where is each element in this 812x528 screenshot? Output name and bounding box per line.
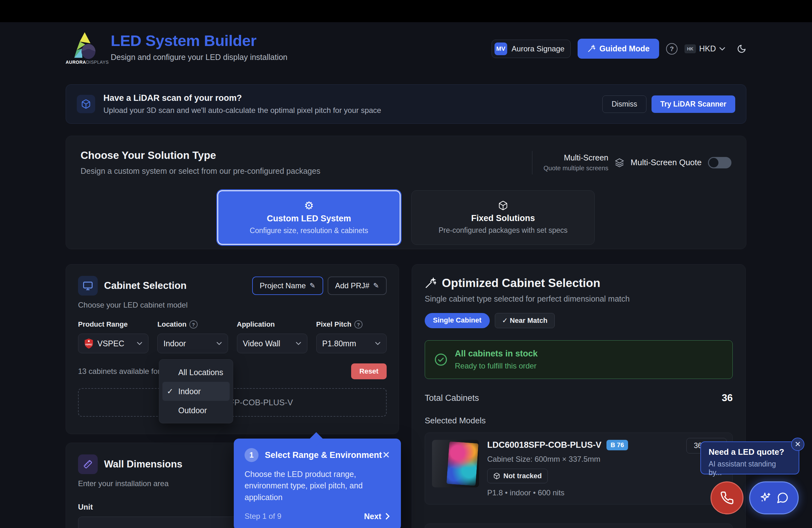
wand-icon	[587, 45, 595, 53]
chevron-down-icon	[216, 341, 222, 345]
chevron-down-icon	[295, 341, 301, 345]
location-option-outdoor[interactable]: Outdoor	[162, 401, 230, 420]
model-thumbnail	[432, 440, 479, 487]
optimized-subtitle: Single cabinet type selected for perfect…	[425, 294, 733, 304]
phone-icon	[720, 491, 734, 505]
location-select[interactable]: Indoor	[157, 334, 228, 353]
stock-title: All cabinets in stock	[455, 349, 538, 359]
product-range-select[interactable]: VSPEC VSPEC	[78, 334, 148, 353]
brand: AURORADISPLAYS LED System Builder Design…	[66, 32, 287, 65]
lidar-icon-tile	[77, 95, 95, 113]
vspec-logo-icon: VSPEC	[84, 338, 93, 349]
wall-icon-tile	[78, 454, 98, 474]
guided-mode-button[interactable]: Guided Mode	[578, 39, 659, 59]
stock-subtitle: Ready to fulfill this order	[455, 362, 538, 370]
filter-location: Location? Indoor	[157, 320, 228, 353]
avatar: MV	[494, 43, 507, 55]
cabinet-icon-tile	[78, 276, 98, 296]
selected-model-card[interactable]: LDC60018SFP-COB-PLUS-V B 76 Cabinet Size…	[425, 432, 733, 504]
ruler-icon	[83, 459, 93, 470]
near-match-badge: ✓ Near Match	[495, 313, 555, 328]
not-tracked-badge: Not tracked	[487, 469, 548, 483]
lidar-texts: Have a LiDAR scan of your room? Upload y…	[103, 93, 602, 115]
model-badge: B 76	[607, 440, 628, 450]
optimized-panel: Optimized Cabinet Selection Single cabin…	[412, 264, 746, 528]
check-icon: ✓	[167, 387, 178, 396]
app-header: AURORADISPLAYS LED System Builder Design…	[66, 32, 746, 65]
tour-next-button[interactable]: Next	[364, 512, 390, 521]
page-title: LED System Builder	[111, 32, 287, 49]
pencil-icon: ✎	[373, 282, 379, 290]
model-name: LDC60018SFP-COB-PLUS-V	[487, 440, 601, 450]
pencil-icon: ✎	[309, 282, 315, 290]
filter-pixel-pitch: Pixel Pitch? P1.80mm	[316, 320, 387, 353]
try-lidar-button[interactable]: Try LiDAR Scanner	[652, 96, 735, 113]
title-block: LED System Builder Design and configure …	[111, 32, 287, 65]
solution-type-panel: Choose Your Solution Type Design a custo…	[66, 136, 746, 249]
theme-toggle[interactable]	[737, 44, 746, 54]
next-section-card	[425, 524, 733, 528]
stock-status-box: All cabinets in stock Ready to fulfill t…	[425, 340, 733, 379]
chat-teaser-tooltip: Need a LED quote? AI assistant standing …	[700, 441, 799, 474]
tour-title: Select Range & Environment	[265, 450, 382, 460]
solution-heading: Choose Your Solution Type Design a custo…	[81, 149, 320, 176]
account-name: Aurora Signage	[512, 44, 565, 53]
divider	[532, 151, 533, 174]
application-select[interactable]: Video Wall	[237, 334, 307, 353]
help-icon[interactable]: ?	[189, 320, 198, 328]
total-cabinets-value: 36	[722, 392, 733, 404]
chat-bubble-icon	[776, 492, 789, 504]
filter-application: Application Video Wall	[237, 320, 307, 353]
model-thumbnail-art	[446, 441, 478, 486]
chat-teaser-title: Need a LED quote?	[709, 447, 791, 457]
location-option-indoor[interactable]: ✓ Indoor	[162, 382, 230, 401]
cabinet-subtitle: Choose your LED cabinet model	[78, 300, 387, 309]
wall-title: Wall Dimensions	[104, 458, 183, 470]
help-icon[interactable]: ?	[666, 43, 678, 55]
lidar-banner: Have a LiDAR scan of your room? Upload y…	[66, 84, 746, 124]
location-option-all[interactable]: All Locations	[162, 363, 230, 382]
currency-flag: HK	[684, 44, 696, 53]
add-prj-button[interactable]: Add PRJ# ✎	[328, 277, 387, 295]
lidar-title: Have a LiDAR scan of your room?	[103, 93, 602, 103]
header-controls: MV Aurora Signage Guided Mode ? HK HKD	[492, 39, 746, 59]
wand-icon	[425, 278, 436, 289]
chat-teaser-subtitle: AI assistant standing by...	[709, 460, 791, 477]
model-specs: P1.8 • indoor • 600 nits	[487, 488, 725, 497]
check-circle-icon	[434, 353, 448, 367]
option-fixed-solutions[interactable]: Fixed Solutions Pre-configured packages …	[411, 190, 595, 245]
tour-step-number: 1	[245, 448, 259, 462]
dismiss-button[interactable]: Dismiss	[602, 96, 647, 113]
ai-chat-button[interactable]	[749, 481, 799, 514]
tour-body: Choose the LED product range, environmen…	[245, 468, 390, 503]
multi-screen-label: Multi-Screen	[543, 153, 608, 162]
package-icon	[498, 201, 508, 210]
optimized-title: Optimized Cabinet Selection	[442, 277, 600, 290]
aurora-logo-icon	[70, 32, 99, 59]
option-custom-led-system[interactable]: ⚙ Custom LED System Configure size, reso…	[217, 190, 401, 245]
project-name-button[interactable]: Project Name ✎	[252, 277, 323, 295]
page: AURORADISPLAYS LED System Builder Design…	[0, 0, 812, 528]
multi-screen-toggle[interactable]	[708, 157, 731, 168]
currency-selector[interactable]: HK HKD	[684, 44, 725, 53]
tour-progress: Step 1 of 9	[245, 512, 281, 521]
currency-code: HKD	[699, 44, 716, 53]
guided-tour-tooltip: 1 Select Range & Environment ✕ Choose th…	[234, 439, 401, 528]
model-size: Cabinet Size: 600mm × 337.5mm	[487, 455, 725, 464]
reset-button[interactable]: Reset	[351, 363, 387, 379]
multi-screen-controls: Multi-Screen Quote multiple screens Mult…	[532, 149, 731, 176]
chevron-down-icon	[137, 341, 142, 345]
moon-icon	[737, 44, 746, 54]
project-actions: Project Name ✎ Add PRJ# ✎	[252, 277, 387, 295]
close-icon[interactable]: ✕	[382, 450, 390, 460]
pixel-pitch-select[interactable]: P1.80mm	[316, 334, 387, 353]
package-icon	[493, 472, 500, 480]
account-switcher[interactable]: MV Aurora Signage	[492, 40, 571, 58]
phone-call-button[interactable]	[710, 481, 743, 514]
chevron-down-icon	[719, 47, 725, 51]
close-icon[interactable]: ✕	[791, 438, 804, 451]
svg-text:VSPEC: VSPEC	[85, 343, 92, 346]
help-icon[interactable]: ?	[354, 320, 363, 328]
cabinet-title: Cabinet Selection	[104, 280, 187, 291]
monitor-icon	[83, 280, 93, 291]
